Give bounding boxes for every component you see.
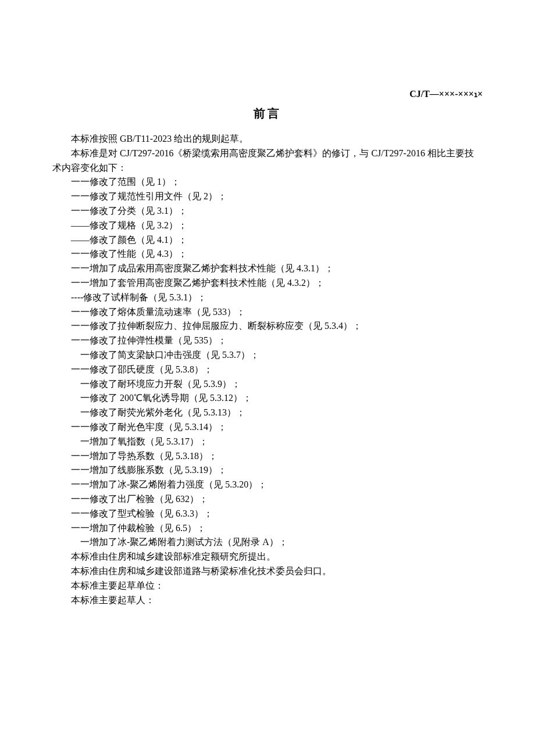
list-item: 一一修改了耐光色牢度（见 5.3.14）； xyxy=(52,420,483,435)
list-item: 一修改了耐环境应力开裂（见 5.3.9）； xyxy=(52,377,483,392)
paragraph-wrap: 术内容变化如下： xyxy=(52,161,483,175)
paragraph: 本标准由住房和城乡建设部标准定额研究所提出。 xyxy=(52,550,483,564)
list-item: 一一修改了规范性引用文件（见 2）； xyxy=(52,189,483,204)
paragraph: 本标准主要起草单位： xyxy=(52,579,483,593)
document-id: CJ/T—×××-×××₁× xyxy=(409,87,483,102)
list-item: 一一增加了线膨胀系数（见 5.3.19）； xyxy=(52,463,483,478)
list-item: 一修改了 200℃氧化诱导期（见 5.3.12）； xyxy=(52,391,483,406)
list-item: ——修改了规格（见 3.2）； xyxy=(52,218,483,233)
list-item: 一一增加了导热系数（见 5.3.18）； xyxy=(52,449,483,464)
list-item: ----修改了试样制备（见 5.3.1）； xyxy=(52,291,483,305)
paragraph: 本标准主要起草人： xyxy=(52,593,483,608)
paragraph: 本标准是对 CJ/T297-2016《桥梁缆索用高密度聚乙烯护套料》的修订，与 … xyxy=(52,146,483,161)
list-item: 一一增加了仲裁检验（见 6.5）； xyxy=(52,521,483,536)
list-item: 一一修改了型式检验（见 6.3.3）； xyxy=(52,507,483,521)
paragraph: 本标准按照 GB/T11-2023 给出的规则起草。 xyxy=(52,132,483,146)
list-item: 一一修改了熔体质量流动速率（见 533）； xyxy=(52,305,483,320)
list-item: 一增加了冰-聚乙烯附着力测试方法（见附录 A）； xyxy=(52,535,483,550)
list-item: 一一增加了成品索用高密度聚乙烯护套料技术性能（见 4.3.1）； xyxy=(52,261,483,276)
paragraph: 本标准由住房和城乡建设部道路与桥梁标准化技术委员会归口。 xyxy=(52,564,483,579)
list-item: 一一修改了分类（见 3.1）； xyxy=(52,204,483,218)
list-item: 一一修改了拉伸断裂应力、拉伸屈服应力、断裂标称应变（见 5.3.4）； xyxy=(52,319,483,334)
list-item: 一修改了简支梁缺口冲击强度（见 5.3.7）； xyxy=(52,348,483,363)
body-text: 本标准按照 GB/T11-2023 给出的规则起草。 本标准是对 CJ/T297… xyxy=(52,132,483,607)
list-item: 一一修改了范围（见 1）； xyxy=(52,175,483,189)
list-item: 一一修改了拉伸弹性模量（见 535）； xyxy=(52,334,483,348)
list-item: 一一修改了邵氏硬度（见 5.3.8）； xyxy=(52,363,483,377)
list-item: 一一修改了性能（见 4.3）； xyxy=(52,247,483,261)
list-item: 一一修改了出厂检验（见 632）； xyxy=(52,492,483,507)
list-item: 一修改了耐荧光紫外老化（见 5.3.13）； xyxy=(52,406,483,420)
list-item: 一一增加了套管用高密度聚乙烯护套料技术性能（见 4.3.2）； xyxy=(52,276,483,291)
list-item: ——修改了颜色（见 4.1）； xyxy=(52,233,483,248)
foreword-title: 前言 xyxy=(52,105,483,123)
list-item: 一增加了氧指数（见 5.3.17）； xyxy=(52,435,483,449)
list-item: 一一增加了冰-聚乙烯附着力强度（见 5.3.20）； xyxy=(52,478,483,492)
